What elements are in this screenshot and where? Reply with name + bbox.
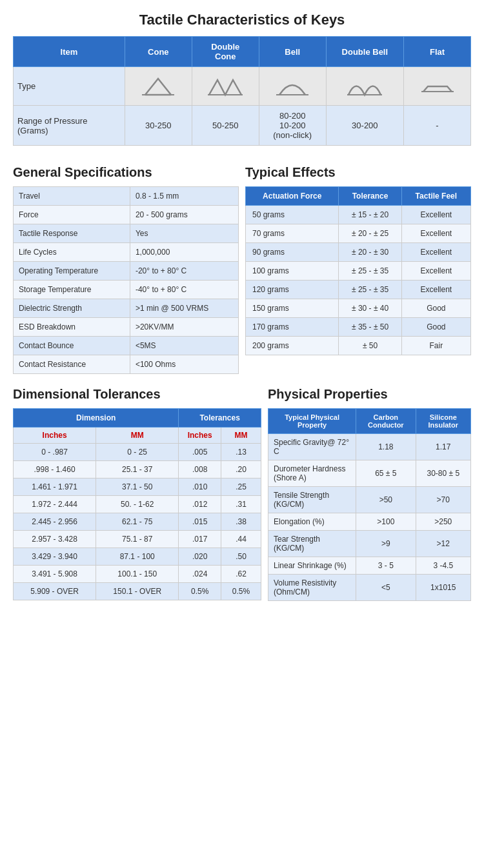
- flat-type-cell: [404, 67, 471, 106]
- dim-inches: 3.429 - 3.940: [14, 548, 96, 566]
- phys-carbon: 65 ± 5: [356, 460, 416, 487]
- specs-label: Storage Temperature: [14, 281, 130, 299]
- dim-inches: 1.461 - 1.971: [14, 478, 96, 496]
- phys-row: Tear Strength (KG/CM) >9 >12: [268, 531, 471, 557]
- dim-tol-mm: .25: [221, 478, 261, 496]
- dim-tol-inches: .012: [179, 496, 221, 513]
- dim-inches: 1.972 - 2.444: [14, 496, 96, 513]
- phys-prop: Tear Strength (KG/CM): [268, 531, 356, 557]
- specs-table: Travel 0.8 - 1.5 mm Force 20 - 500 grams…: [13, 186, 239, 374]
- specs-label: Contact Bounce: [14, 337, 130, 355]
- dim-tol-mm: .50: [221, 548, 261, 566]
- col-header-flat: Flat: [404, 37, 471, 67]
- specs-label: Force: [14, 206, 130, 224]
- specs-row: Life Cycles 1,000,000: [14, 243, 239, 262]
- pressure-label: Range of Pressure(Grams): [14, 106, 125, 146]
- phys-table: Typical Physical PropertyCarbon Conducto…: [268, 408, 471, 601]
- dim-row: 5.909 - OVER 150.1 - OVER 0.5% 0.5%: [14, 583, 261, 600]
- phys-carbon: >50: [356, 487, 416, 513]
- phys-carbon: 1.18: [356, 434, 416, 460]
- double-bell-pressure: 30-200: [326, 106, 403, 146]
- phys-prop-title: Physical Properties: [268, 387, 471, 402]
- phys-carbon: >9: [356, 531, 416, 557]
- dim-tol-mm: 0.5%: [221, 583, 261, 600]
- effects-force: 100 grams: [246, 262, 339, 281]
- specs-row: Storage Temperature -40° to + 80° C: [14, 281, 239, 299]
- specs-value: <100 Ohms: [130, 355, 238, 374]
- phys-row: Volume Resistivity (Ohm/CM) <5 1x1015: [268, 575, 471, 601]
- effects-feel: Fair: [401, 337, 470, 355]
- effects-tolerance: ± 50: [339, 337, 401, 355]
- effects-tolerance: ± 25 - ± 35: [339, 262, 401, 281]
- effects-tolerance: ± 20 - ± 30: [339, 243, 401, 262]
- dim-header-dimension: Dimension: [14, 409, 179, 428]
- phys-prop: Durometer Hardness (Shore A): [268, 460, 356, 487]
- effects-force: 170 grams: [246, 318, 339, 337]
- main-table-wrapper: Item Cone DoubleCone Bell Double Bell Fl…: [0, 36, 484, 159]
- phys-prop: Elongation (%): [268, 513, 356, 531]
- general-specs-title: General Specifications: [13, 165, 239, 180]
- bell-type-cell: [259, 67, 326, 106]
- effects-feel: Excellent: [401, 224, 470, 243]
- phys-row: Linear Shrinkage (%) 3 - 5 3 -4.5: [268, 557, 471, 575]
- specs-value: 0.8 - 1.5 mm: [130, 187, 238, 206]
- bell-icon: [273, 72, 312, 98]
- general-specs-section: General Specifications Travel 0.8 - 1.5 …: [13, 165, 239, 374]
- flat-pressure: -: [404, 106, 471, 146]
- dim-inches: 3.491 - 5.908: [14, 566, 96, 583]
- phys-header-1: Carbon Conductor: [356, 409, 416, 434]
- specs-label: Contact Resistance: [14, 355, 130, 374]
- phys-carbon: 3 - 5: [356, 557, 416, 575]
- effects-feel: Excellent: [401, 206, 470, 224]
- specs-label: Tactile Response: [14, 224, 130, 243]
- double-cone-icon: [206, 72, 245, 98]
- effects-feel: Excellent: [401, 281, 470, 299]
- cone-icon: [139, 72, 177, 98]
- col-header-double-cone: DoubleCone: [192, 37, 259, 67]
- effects-row: 120 grams ± 25 - ± 35 Excellent: [246, 281, 471, 299]
- specs-value: 20 - 500 grams: [130, 206, 238, 224]
- physical-properties-section: Physical Properties Typical Physical Pro…: [268, 387, 471, 601]
- specs-value: Yes: [130, 224, 238, 243]
- effects-force: 90 grams: [246, 243, 339, 262]
- two-col-section: General Specifications Travel 0.8 - 1.5 …: [0, 159, 484, 380]
- col-header-bell: Bell: [259, 37, 326, 67]
- effects-feel: Excellent: [401, 262, 470, 281]
- dim-mm: 87.1 - 100: [96, 548, 179, 566]
- effects-tolerance: ± 15 - ± 20: [339, 206, 401, 224]
- specs-row: Contact Bounce <5MS: [14, 337, 239, 355]
- effects-force: 120 grams: [246, 281, 339, 299]
- specs-value: -40° to + 80° C: [130, 281, 238, 299]
- dim-mm: 75.1 - 87: [96, 531, 179, 548]
- specs-row: Tactile Response Yes: [14, 224, 239, 243]
- page-title: Tactile Characteristics of Keys: [0, 0, 484, 36]
- effects-header-tolerance: Tolerance: [339, 187, 401, 206]
- specs-row: Travel 0.8 - 1.5 mm: [14, 187, 239, 206]
- dim-row: 3.491 - 5.908 100.1 - 150 .024 .62: [14, 566, 261, 583]
- dim-mm: 100.1 - 150: [96, 566, 179, 583]
- dim-inches: 2.957 - 3.428: [14, 531, 96, 548]
- col-header-double-bell: Double Bell: [326, 37, 403, 67]
- dim-tol-inches: 0.5%: [179, 583, 221, 600]
- dim-table: Dimension Tolerances InchesMMInchesMM 0 …: [13, 408, 261, 600]
- dim-header-tolerances: Tolerances: [179, 409, 261, 428]
- effects-row: 200 grams ± 50 Fair: [246, 337, 471, 355]
- specs-value: >1 min @ 500 VRMS: [130, 299, 238, 318]
- dim-row: .998 - 1.460 25.1 - 37 .008 .20: [14, 461, 261, 478]
- effects-force: 70 grams: [246, 224, 339, 243]
- double-cone-pressure: 50-250: [192, 106, 259, 146]
- double-bell-type-cell: [326, 67, 403, 106]
- effects-header-feel: Tactile Feel: [401, 187, 470, 206]
- effects-force: 150 grams: [246, 299, 339, 318]
- dimensional-tolerances-section: Dimensional Tolerances Dimension Toleran…: [13, 387, 261, 601]
- dim-subheader-inches: Inches: [14, 428, 96, 444]
- effects-force: 200 grams: [246, 337, 339, 355]
- col-header-item: Item: [14, 37, 125, 67]
- dim-tol-inches: .015: [179, 513, 221, 531]
- phys-silicone: >250: [416, 513, 470, 531]
- effects-header-force: Actuation Force: [246, 187, 339, 206]
- cone-type-cell: [125, 67, 192, 106]
- dim-inches: 0 - .987: [14, 444, 96, 461]
- phys-carbon: <5: [356, 575, 416, 601]
- dim-tol-inches: .020: [179, 548, 221, 566]
